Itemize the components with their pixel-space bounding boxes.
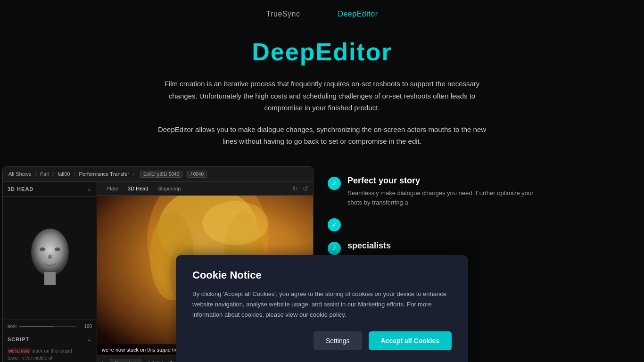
feature-title-3: specialists xyxy=(347,241,391,251)
script-section: SCRIPT ⌄ we're now stuck on this stupid … xyxy=(3,333,97,362)
step-back-button[interactable]: ◀◀ xyxy=(145,360,154,362)
script-line1: stuck on this stupid xyxy=(32,348,72,354)
svg-point-3 xyxy=(55,247,60,251)
tab-3d-head[interactable]: 3D Head xyxy=(123,185,153,192)
feature-specialists: ✓ specialists xyxy=(328,241,535,255)
head-3d-container xyxy=(3,197,97,320)
hero-desc1: Film creation is an iterative process th… xyxy=(152,78,492,114)
step-forward-button[interactable]: ▶▶ xyxy=(157,360,166,362)
feature-text-2 xyxy=(347,217,349,227)
breadcrumb-fall00[interactable]: fall00 xyxy=(58,171,70,177)
nav-deepeditor[interactable]: DeepEditor xyxy=(338,10,378,18)
check-icon-1: ✓ xyxy=(328,177,341,190)
app-breadcrumb: All Shows / Fall / fall00 / Performance … xyxy=(3,167,313,182)
script-highlight: we're now xyxy=(8,348,31,354)
script-label: SCRIPT xyxy=(8,337,29,342)
head-3d-svg xyxy=(22,225,78,291)
svg-point-4 xyxy=(48,255,52,259)
chevron-script-icon[interactable]: ⌄ xyxy=(87,336,92,343)
svg-point-16 xyxy=(202,201,268,245)
script-line2: tower in the middle of xyxy=(8,355,52,361)
feature-text-1: Perfect your story Seamlessly make dialo… xyxy=(347,176,535,208)
script-header: SCRIPT ⌄ xyxy=(3,333,97,346)
slider-fill xyxy=(19,326,53,327)
slider-row: bork 160 xyxy=(8,324,92,329)
script-text: we're now stuck on this stupid tower in … xyxy=(3,346,97,362)
slider-value: 160 xyxy=(79,324,92,329)
cookie-actions: Settings Accept all Cookies xyxy=(192,331,452,350)
nav-truesync[interactable]: TrueSync xyxy=(266,10,300,18)
video-tab-icons: ↻ ↺ xyxy=(292,185,308,192)
video-tabs: Plate 3D Head Slapcomp ↻ ↺ xyxy=(97,182,313,196)
hero-section: DeepEditor Film creation is an iterative… xyxy=(0,28,644,162)
panel-3d-label: 3D HEAD xyxy=(8,186,33,192)
tab-slapcomp[interactable]: Slapcomp xyxy=(153,185,186,192)
check-icon-3: ✓ xyxy=(328,242,341,255)
feature-desc-1: Seamlessly make dialogue changes you nee… xyxy=(347,189,535,208)
loop-button[interactable]: ↻ xyxy=(170,360,174,362)
feature-perfect-story: ✓ Perfect your story Seamlessly make dia… xyxy=(328,176,535,208)
hero-desc2: DeepEditor allows you to make dialogue c… xyxy=(152,123,492,148)
sep3: / xyxy=(74,171,75,177)
panel-3d-head: 3D HEAD ⌄ xyxy=(3,182,97,362)
chevron-up-icon[interactable]: ⌄ xyxy=(87,186,92,192)
undo-icon[interactable]: ↻ xyxy=(292,185,298,192)
breadcrumb-ep2[interactable]: / 0040 xyxy=(187,171,207,178)
sep4: / xyxy=(133,171,134,177)
cookie-body: By clicking 'Accept all Cookies', you ag… xyxy=(192,289,452,320)
breadcrumb-fall[interactable]: Fall xyxy=(40,171,49,177)
cookie-notice: Cookie Notice By clicking 'Accept all Co… xyxy=(176,255,468,362)
cookie-title: Cookie Notice xyxy=(192,269,452,281)
panel-3d-header: 3D HEAD ⌄ xyxy=(3,182,97,197)
panel-3d-footer: bork 160 xyxy=(3,320,97,333)
feature-2: ✓ xyxy=(328,217,535,231)
slider-label: bork xyxy=(8,324,17,329)
feature-text-3: specialists xyxy=(347,241,391,254)
hero-title: DeepEditor xyxy=(94,38,550,66)
sep1: / xyxy=(35,171,36,177)
svg-point-0 xyxy=(31,229,69,276)
slider-track[interactable] xyxy=(19,326,76,327)
breadcrumb-performance[interactable]: Performance Transfer xyxy=(79,171,129,177)
tab-plate[interactable]: Plate xyxy=(102,185,123,192)
svg-rect-1 xyxy=(44,272,56,285)
play-button[interactable]: ▶ xyxy=(102,360,106,362)
accept-cookies-button[interactable]: Accept all Cookies xyxy=(369,331,452,350)
feature-title-1: Perfect your story xyxy=(347,176,535,186)
redo-icon[interactable]: ↺ xyxy=(303,185,308,192)
breadcrumb-ep[interactable]: Ep01/ pt01/ 0040 xyxy=(140,171,182,178)
breadcrumb-all-shows[interactable]: All Shows xyxy=(8,171,31,177)
check-icon-2: ✓ xyxy=(328,218,341,231)
svg-point-2 xyxy=(40,247,45,251)
settings-button[interactable]: Settings xyxy=(314,331,362,350)
play-mode-select[interactable]: Normal xyxy=(110,359,141,362)
feature-desc-2 xyxy=(347,217,349,227)
nav-bar: TrueSync DeepEditor xyxy=(0,0,644,28)
sep2: / xyxy=(52,171,54,177)
